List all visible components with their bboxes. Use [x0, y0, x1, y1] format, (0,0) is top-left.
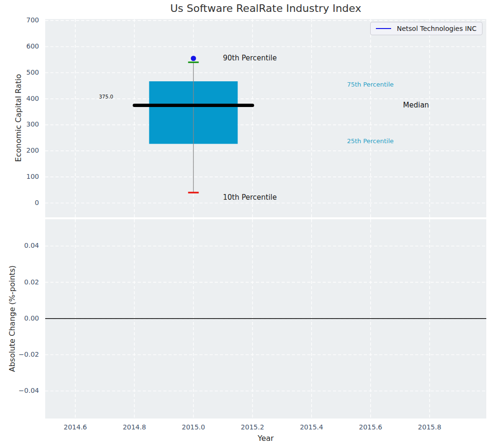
x-axis-label: Year: [45, 434, 486, 443]
top-y-tick-label: 400: [0, 95, 39, 102]
legend: Netsol Technologies INC: [370, 22, 482, 35]
company-marker-dot: [191, 56, 196, 61]
top-y-tick-label: 700: [0, 16, 39, 24]
p25-annotation: 25th Percentile: [347, 137, 394, 144]
x-tick-label: 2015.4: [293, 423, 331, 431]
median-value-label: 375.0: [99, 94, 113, 99]
legend-label: Netsol Technologies INC: [397, 25, 477, 32]
bottom-y-tick-label: −0.02: [0, 351, 39, 358]
chart-title: Us Software RealRate Industry Index: [45, 2, 486, 14]
p10-annotation: 10th Percentile: [223, 193, 277, 202]
p90-annotation: 90th Percentile: [223, 54, 277, 62]
x-tick-label: 2015.0: [174, 423, 212, 431]
top-y-tick-label: 100: [0, 173, 39, 180]
p75-annotation: 75th Percentile: [347, 80, 394, 88]
x-tick-label: 2015.8: [411, 423, 449, 431]
top-plot-svg: [45, 19, 486, 217]
legend-line-sample-icon: [376, 28, 391, 29]
top-y-tick-label: 600: [0, 42, 39, 50]
x-tick-label: 2015.6: [352, 423, 390, 431]
bottom-plot-area: [45, 219, 486, 419]
bottom-y-tick-label: −0.04: [0, 387, 39, 394]
top-plot-area: [45, 19, 486, 217]
x-tick-label: 2014.8: [115, 423, 153, 431]
bottom-y-tick-label: 0.02: [0, 278, 39, 286]
top-y-tick-label: 0: [0, 199, 39, 206]
top-y-tick-label: 300: [0, 120, 39, 128]
x-tick-label: 2014.6: [56, 423, 94, 431]
top-y-tick-label: 500: [0, 68, 39, 76]
top-y-tick-label: 200: [0, 146, 39, 154]
figure: Us Software RealRate Industry Index Econ…: [0, 0, 492, 448]
x-tick-label: 2015.2: [234, 423, 272, 431]
median-annotation: Median: [403, 101, 429, 109]
bottom-y-tick-label: 0.04: [0, 242, 39, 249]
bottom-plot-svg: [45, 219, 486, 419]
bottom-y-tick-label: 0.00: [0, 314, 39, 322]
